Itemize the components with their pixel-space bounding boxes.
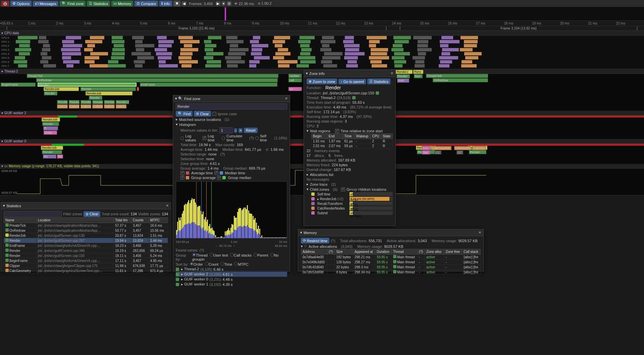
- close-icon[interactable]: ✕: [390, 71, 393, 76]
- zone[interactable]: Sec: [422, 150, 430, 154]
- minbin-input[interactable]: [219, 127, 233, 133]
- tools-button[interactable]: ✖: [173, 1, 180, 6]
- thread2-timeline-right[interactable]: RenderJRenc RenderRen ReR: [396, 70, 490, 130]
- zone[interactable]: ReR: [397, 79, 409, 83]
- thread-row[interactable]: ▸ Thread-2 (4,105) 6.46 s: [176, 267, 287, 272]
- table-row[interactable]: 0x7e049b3d00128 bytes298.27 ms59.95 sMai…: [301, 260, 481, 265]
- zoom-button[interactable]: ⊕ Zoom to zone: [307, 79, 337, 84]
- table-row[interactable]: CalcGeometryjni/../jni/src/claw/graphics…: [4, 268, 168, 273]
- child-row[interactable]: Self time172.14 µs (3.83%): [311, 192, 393, 196]
- childzones[interactable]: Child zones: [310, 187, 329, 191]
- search-input[interactable]: [176, 103, 287, 109]
- ztrace[interactable]: Zone trace: [310, 182, 328, 186]
- clear-button[interactable]: ⊘ Clear: [84, 211, 100, 217]
- zone[interactable]: RenderJob: [86, 91, 132, 95]
- gmed-checkbox[interactable]: [217, 176, 221, 180]
- zone-onredraw[interactable]: OnRedraw: [36, 78, 278, 82]
- zone[interactable]: Renc: [413, 70, 423, 74]
- sb-radio[interactable]: [234, 262, 238, 266]
- zone-endframe[interactable]: EndFrame: [140, 83, 277, 87]
- histogram-label[interactable]: Histogram: [179, 123, 196, 127]
- gb-radio[interactable]: [270, 253, 274, 257]
- zone[interactable]: CalcGeomet: [454, 146, 471, 150]
- gb-radio[interactable]: [230, 253, 234, 257]
- messages-button[interactable]: 🏷 Messages: [33, 1, 58, 6]
- selftime-radio[interactable]: [255, 136, 259, 140]
- zi-stats-button[interactable]: ☰ Statistics: [367, 79, 390, 84]
- thread-row[interactable]: ▸ GUIF worker 1 (3,192) 4.39 s: [176, 282, 287, 287]
- zone[interactable]: CalcGeom: [104, 104, 115, 108]
- inc-button[interactable]: +: [238, 128, 243, 133]
- sb-radio[interactable]: [205, 262, 209, 266]
- close-icon[interactable]: ✕: [285, 96, 288, 101]
- zone[interactable]: Render: [89, 96, 102, 100]
- histogram-chart[interactable]: [176, 181, 287, 238]
- zone[interactable]: CalcGeome: [57, 104, 68, 108]
- parent-button[interactable]: ↑ Go to parent: [338, 79, 366, 84]
- findzone-button[interactable]: 🔍 Find zone: [60, 1, 86, 6]
- zone[interactable]: Ren: [414, 74, 423, 78]
- table-row[interactable]: EndFramejni/../jni/src/claw/gfx/drv/vk/D…: [4, 243, 168, 248]
- zone[interactable]: Render: [80, 87, 136, 91]
- zone[interactable]: CalcGeome: [80, 104, 91, 108]
- restrict-button[interactable]: ⟳ Restrict time: [301, 238, 329, 243]
- zone[interactable]: RenderJob: [41, 146, 63, 150]
- cpu-timeline[interactable]: CPU 0CPU 1CPU 2CPU 3CPU 4CPU 5CPU 6CPU 7: [0, 36, 644, 69]
- zone[interactable]: CalcGeo: [116, 104, 126, 108]
- rel-checkbox[interactable]: [335, 129, 339, 133]
- logtime-checkbox[interactable]: [203, 136, 206, 140]
- zone[interactable]: call: [288, 78, 302, 82]
- zone[interactable]: R: [43, 126, 58, 130]
- matched-label[interactable]: Matched source locations: [179, 118, 221, 122]
- zone[interactable]: CC: [435, 150, 441, 154]
- table-row[interactable]: 0x7dfaa64e00192 bytes298.21 ms59.95 sMai…: [301, 255, 481, 260]
- zone-beginframe[interactable]: BeginFrame: [1, 83, 36, 87]
- statistics-button[interactable]: ☰ Statistics: [87, 1, 110, 6]
- zone[interactable]: Re: [57, 154, 63, 159]
- zone[interactable]: RenderJob: [42, 118, 60, 122]
- sb-radio[interactable]: [220, 262, 224, 266]
- zone[interactable]: CalcGeo: [69, 104, 79, 108]
- zone-renderjob[interactable]: RenderJob: [44, 87, 79, 91]
- compare-button[interactable]: ⚖ Compare: [135, 1, 158, 6]
- table-row[interactable]: 1.91 ms1.97 ms61 µs-2R: [312, 139, 393, 144]
- filter-input[interactable]: [4, 211, 62, 217]
- info-button[interactable]: ℹ Info: [159, 1, 172, 6]
- child-row[interactable]: Submit35.63 µs (0.79%): [311, 211, 393, 215]
- logvals-radio[interactable]: [180, 136, 184, 140]
- frame-prev-button[interactable]: ◀: [182, 1, 186, 6]
- active-allocs[interactable]: Active allocations: [309, 245, 337, 249]
- gb-radio[interactable]: [254, 253, 257, 257]
- zone[interactable]: Render: [44, 91, 57, 95]
- frame-ruler[interactable]: [0, 7, 644, 21]
- zone[interactable]: CalcGeo: [472, 146, 486, 150]
- zone[interactable]: Render: [42, 122, 59, 126]
- zone[interactable]: RenderJ: [396, 70, 413, 74]
- zone[interactable]: Update: [288, 74, 302, 78]
- zone[interactable]: Re: [43, 154, 56, 159]
- dec-button[interactable]: -: [234, 128, 237, 133]
- avg-checkbox[interactable]: [180, 171, 184, 175]
- options-button[interactable]: ⚙ Options: [10, 1, 32, 6]
- zone-render-selected[interactable]: Render: [38, 83, 137, 87]
- clear-button[interactable]: ⊘ Clear: [194, 111, 211, 117]
- guifw0-timeline-right[interactable]: DraCalcGeometrCalcGeometCalcGeo SecCCCC: [421, 146, 488, 170]
- gavg-checkbox[interactable]: [180, 176, 184, 180]
- zone[interactable]: Render: [42, 150, 62, 154]
- zone[interactable]: Render: [57, 100, 68, 104]
- table-row[interactable]: 0x7dfc53d8988 bytes298.34 ms59.95 sMain …: [301, 270, 481, 275]
- find-button[interactable]: 🔍 Find: [176, 111, 193, 117]
- zone[interactable]: Render R: [116, 100, 129, 104]
- power-button[interactable]: ⏻: [1, 1, 9, 6]
- memory-button[interactable]: ▭ Memory: [111, 1, 133, 6]
- table-row[interactable]: Renderjni/../jni/src/guif/Screen.cpp:257…: [4, 238, 168, 243]
- zone[interactable]: Dra: [422, 146, 431, 150]
- zone[interactable]: Sc: [288, 87, 302, 91]
- table-row[interactable]: Renderjni/../jni/src/guif/Control.cpp:34…: [4, 248, 168, 253]
- close-icon[interactable]: ✕: [478, 230, 481, 235]
- gb-radio[interactable]: [192, 253, 196, 257]
- close-icon[interactable]: ✕: [166, 204, 169, 208]
- sb-radio[interactable]: [190, 262, 194, 266]
- alloclist[interactable]: Allocations list: [310, 173, 333, 177]
- ignorecase-checkbox[interactable]: [212, 112, 216, 116]
